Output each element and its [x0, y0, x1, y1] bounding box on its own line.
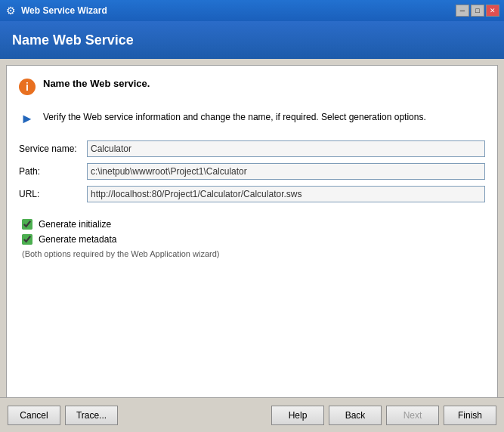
trace-button[interactable]: Trace...: [65, 406, 118, 425]
app-icon: ⚙: [5, 5, 17, 17]
path-input[interactable]: [87, 163, 485, 180]
maximize-button[interactable]: □: [471, 5, 484, 17]
footer-right-buttons: Help Back Next Finish: [271, 406, 496, 425]
dialog-header: Name Web Service: [0, 21, 504, 59]
generate-metadata-checkbox[interactable]: [22, 234, 32, 245]
description-text: Verify the Web service information and c…: [43, 110, 426, 122]
arrow-icon: ►: [19, 110, 36, 127]
section-title: Name the Web service.: [43, 78, 150, 89]
title-bar-buttons: ─ □ ✕: [456, 5, 499, 17]
section-header: i Name the Web service.: [19, 78, 485, 101]
generate-metadata-label: Generate metadata: [39, 234, 116, 245]
generate-metadata-row: Generate metadata: [22, 234, 485, 245]
path-label: Path:: [19, 166, 87, 177]
help-button[interactable]: Help: [271, 406, 324, 425]
service-name-label: Service name:: [19, 143, 87, 154]
url-label: URL:: [19, 189, 87, 199]
service-name-row: Service name:: [19, 140, 485, 157]
section-description: ► Verify the Web service information and…: [19, 110, 485, 127]
dialog-header-title: Name Web Service: [12, 32, 134, 48]
title-bar: ⚙ Web Service Wizard ─ □ ✕: [0, 0, 504, 21]
back-button[interactable]: Back: [329, 406, 382, 425]
url-row: URL:: [19, 186, 485, 202]
title-bar-text: Web Service Wizard: [21, 5, 456, 16]
checkbox-note: (Both options required by the Web Applic…: [22, 249, 485, 258]
service-name-input[interactable]: [87, 140, 485, 157]
dialog-footer: Cancel Trace... Help Back Next Finish: [0, 397, 504, 432]
close-button[interactable]: ✕: [486, 5, 499, 17]
path-row: Path:: [19, 163, 485, 180]
dialog-body: i Name the Web service. ► Verify the Web…: [6, 65, 498, 412]
footer-left-buttons: Cancel Trace...: [8, 406, 118, 425]
next-button[interactable]: Next: [386, 406, 439, 425]
finish-button[interactable]: Finish: [444, 406, 496, 425]
info-icon: i: [19, 79, 36, 95]
cancel-button[interactable]: Cancel: [8, 406, 60, 425]
generate-initialize-label: Generate initialize: [39, 219, 111, 230]
minimize-button[interactable]: ─: [456, 5, 469, 17]
url-input[interactable]: [87, 186, 485, 202]
generate-initialize-row: Generate initialize: [22, 219, 485, 230]
generate-initialize-checkbox[interactable]: [22, 219, 32, 230]
